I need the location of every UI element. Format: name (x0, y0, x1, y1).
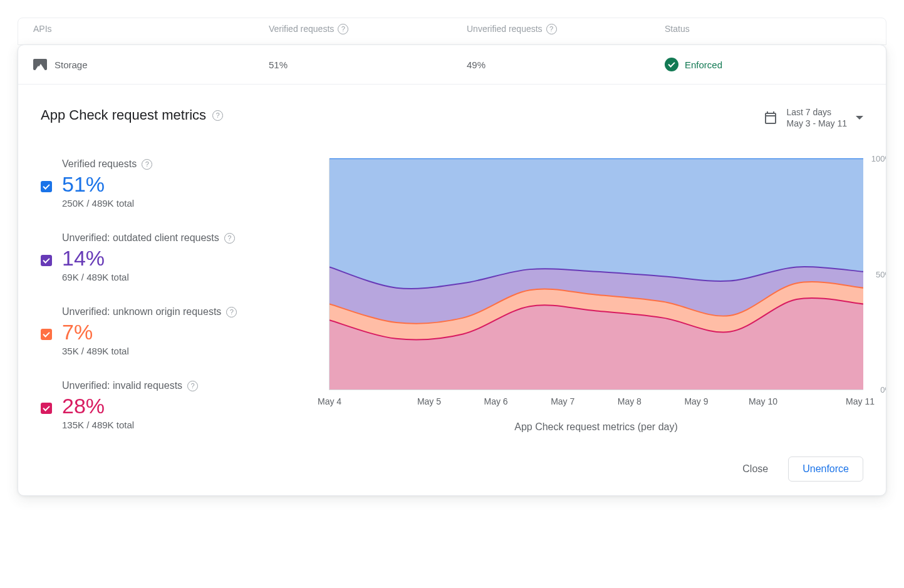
legend-sub: 35K / 489K total (62, 346, 304, 356)
chevron-down-icon (856, 116, 863, 120)
legend-item-verified: Verified requests ? 51% 250K / 489K tota… (41, 158, 304, 209)
legend-label: Unverified: unknown origin requests (62, 306, 221, 317)
legend-checkbox-verified[interactable] (41, 181, 52, 192)
api-row-storage[interactable]: Storage 51% 49% Enforced (18, 45, 886, 85)
legend-pct: 14% (62, 246, 304, 271)
help-icon[interactable]: ? (224, 233, 235, 244)
legend-label: Unverified: invalid requests (62, 380, 182, 391)
help-icon[interactable]: ? (212, 110, 223, 121)
legend-item-invalid: Unverified: invalid requests ? 28% 135K … (41, 380, 304, 430)
legend-sub: 250K / 489K total (62, 198, 304, 209)
calendar-icon (763, 110, 778, 125)
panel-footer: Close Unenforce (18, 445, 886, 495)
legend-item-unknown: Unverified: unknown origin requests ? 7%… (41, 306, 304, 356)
chart-plot-area[interactable]: 100% 50% 0% (329, 158, 863, 390)
help-icon[interactable]: ? (142, 159, 152, 170)
table-header: APIs Verified requests ? Unverified requ… (18, 18, 886, 45)
legend-checkbox-unknown[interactable] (41, 329, 52, 340)
section-title: App Check request metrics (41, 107, 206, 123)
yaxis-tick-0: 0% (880, 385, 886, 395)
date-range-sub: May 3 - May 11 (787, 118, 847, 128)
legend-checkbox-invalid[interactable] (41, 403, 52, 414)
col-header-apis: APIs (33, 24, 259, 34)
help-icon[interactable]: ? (338, 24, 348, 34)
date-range-picker[interactable]: Last 7 days May 3 - May 11 (763, 107, 863, 128)
chart: 100% 50% 0% May 4 May 5 May 6 May 7 May … (329, 158, 863, 433)
col-header-status: Status (665, 24, 871, 34)
help-icon[interactable]: ? (546, 24, 557, 34)
legend-checkbox-outdated[interactable] (41, 255, 52, 266)
legend-item-outdated: Unverified: outdated client requests ? 1… (41, 232, 304, 282)
col-header-unverified: Unverified requests ? (467, 24, 655, 34)
legend-pct: 28% (62, 394, 304, 418)
yaxis-tick-50: 50% (876, 269, 886, 279)
cell-unverified-pct: 49% (467, 59, 655, 70)
legend-label: Verified requests (62, 158, 137, 170)
chart-subtitle: App Check request metrics (per day) (329, 421, 863, 433)
api-name: Storage (55, 59, 88, 70)
legend-label: Unverified: outdated client requests (62, 232, 219, 244)
close-button[interactable]: Close (740, 457, 771, 481)
legend-pct: 7% (62, 320, 304, 344)
yaxis-tick-100: 100% (871, 154, 886, 163)
cell-verified-pct: 51% (269, 59, 457, 70)
legend-sub: 135K / 489K total (62, 420, 304, 430)
legend-pct: 51% (62, 172, 304, 197)
legend: Verified requests ? 51% 250K / 489K tota… (41, 158, 304, 433)
main-panel: Storage 51% 49% Enforced App Check reque… (18, 44, 886, 496)
cell-status: Enforced (665, 58, 871, 71)
xaxis: May 4 May 5 May 6 May 7 May 8 May 9 May … (329, 396, 863, 406)
help-icon[interactable]: ? (187, 381, 198, 391)
help-icon[interactable]: ? (226, 307, 237, 317)
date-range-label: Last 7 days (787, 107, 847, 117)
check-circle-icon (665, 58, 678, 71)
legend-sub: 69K / 489K total (62, 272, 304, 282)
col-header-verified: Verified requests ? (269, 24, 457, 34)
unenforce-button[interactable]: Unenforce (788, 456, 863, 482)
storage-icon (33, 59, 47, 70)
